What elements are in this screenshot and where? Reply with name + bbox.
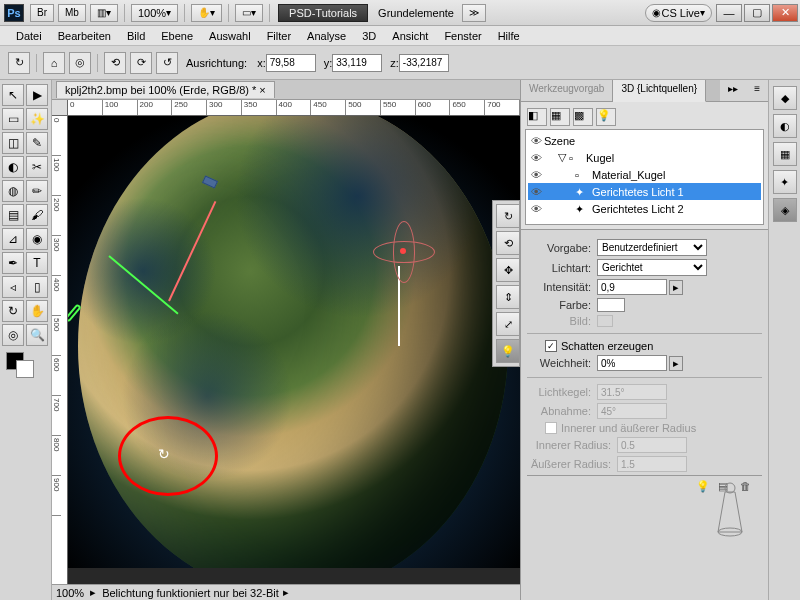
filter-scene-icon[interactable]: ◧ [527,108,547,126]
tool-10[interactable]: ▤ [2,204,24,226]
panel-menu-icon[interactable]: ≡ [746,80,768,101]
tab-close-icon[interactable]: × [259,84,265,96]
menu-fenster[interactable]: Fenster [436,30,489,42]
filter-mesh-icon[interactable]: ▦ [550,108,570,126]
visibility-eye-icon[interactable]: 👁 [528,169,544,181]
close-button[interactable]: ✕ [772,4,798,22]
3d-rotate-tool[interactable]: ↻ [496,204,520,228]
panel-collapse-icon[interactable]: ▸▸ [720,80,746,101]
filter-material-icon[interactable]: ▩ [573,108,593,126]
bridge-button[interactable]: Br [30,4,54,22]
orbit-icon[interactable]: ◎ [69,52,91,74]
adjustments-panel-icon[interactable]: ✦ [773,170,797,194]
zoom-level-dropdown[interactable]: 100% ▾ [131,4,178,22]
visibility-eye-icon[interactable]: 👁 [528,203,544,215]
tool-21[interactable]: 🔍 [26,324,48,346]
menu-datei[interactable]: Datei [8,30,50,42]
tool-17[interactable]: ▯ [26,276,48,298]
tool-8[interactable]: ◍ [2,180,24,202]
background-swatch[interactable] [16,360,34,378]
horizontal-ruler[interactable]: 0100200250300350400450500550600650700 [68,100,520,116]
tool-0[interactable]: ↖ [2,84,24,106]
x-input[interactable] [266,54,316,72]
tool-15[interactable]: T [26,252,48,274]
color-panel-icon[interactable]: ◆ [773,86,797,110]
workspace-more-button[interactable]: ≫ [462,4,486,22]
softness-stepper[interactable]: ▸ [669,356,683,371]
3d-light-tool[interactable]: 💡 [496,339,520,363]
tool-12[interactable]: ⊿ [2,228,24,250]
tool-1[interactable]: ▶ [26,84,48,106]
tool-19[interactable]: ✋ [26,300,48,322]
menu-ebene[interactable]: Ebene [153,30,201,42]
visibility-eye-icon[interactable]: 👁 [528,186,544,198]
tool-4[interactable]: ◫ [2,132,24,154]
tree-row-1[interactable]: 👁▫Material_Kugel [528,166,761,183]
tool-20[interactable]: ◎ [2,324,24,346]
menu-auswahl[interactable]: Auswahl [201,30,259,42]
menu-bearbeiten[interactable]: Bearbeiten [50,30,119,42]
rotate-x-icon[interactable]: ⟲ [104,52,126,74]
rotate-y-icon[interactable]: ⟳ [130,52,152,74]
z-input[interactable] [399,54,449,72]
3d-slide-tool[interactable]: ⇕ [496,285,520,309]
document-tab[interactable]: kplj2th2.bmp bei 100% (Erde, RGB/8) * × [56,81,275,98]
shadow-checkbox[interactable]: ✓ [545,340,557,352]
menu-ansicht[interactable]: Ansicht [384,30,436,42]
intensity-input[interactable] [597,279,667,295]
preset-select[interactable]: Benutzerdefiniert [597,239,707,256]
tree-row-2[interactable]: 👁✦Gerichtetes Licht 1 [528,183,761,200]
menu-hilfe[interactable]: Hilfe [490,30,528,42]
visibility-eye-icon[interactable]: 👁 [528,135,544,147]
swatches-panel-icon[interactable]: ◐ [773,114,797,138]
menu-filter[interactable]: Filter [259,30,299,42]
tool-3[interactable]: ✨ [26,108,48,130]
menu-analyse[interactable]: Analyse [299,30,354,42]
maximize-button[interactable]: ▢ [744,4,770,22]
intensity-stepper[interactable]: ▸ [669,280,683,295]
tool-6[interactable]: ◐ [2,156,24,178]
filter-light-icon[interactable]: 💡 [596,108,616,126]
home-icon[interactable]: ⌂ [43,52,65,74]
tool-14[interactable]: ✒ [2,252,24,274]
view-mode-button[interactable]: ▭▾ [235,4,263,22]
layers-panel-icon[interactable]: ▦ [773,142,797,166]
tool-9[interactable]: ✏ [26,180,48,202]
lighttype-select[interactable]: Gerichtet [597,259,707,276]
cslive-button[interactable]: ◉ CS Live ▾ [645,4,712,22]
disclosure-icon[interactable]: ▽ [558,151,566,164]
screen-mode-button[interactable]: ▥▾ [90,4,118,22]
tool-18[interactable]: ↻ [2,300,24,322]
3d-scale-tool[interactable]: ⤢ [496,312,520,336]
3d-panel-icon[interactable]: ◈ [773,198,797,222]
color-chip[interactable] [597,298,625,312]
tree-row-0[interactable]: 👁▽ ▫Kugel [528,149,761,166]
minibridge-button[interactable]: Mb [58,4,86,22]
color-swatches[interactable] [2,352,49,382]
y-input[interactable] [332,54,382,72]
panel-tab-toolpresets[interactable]: Werkzeugvorgab [521,80,613,101]
tool-7[interactable]: ✂ [26,156,48,178]
hand-tool-button[interactable]: ✋▾ [191,4,222,22]
status-zoom[interactable]: 100% [56,587,84,599]
3d-roll-tool[interactable]: ⟲ [496,231,520,255]
tool-2[interactable]: ▭ [2,108,24,130]
tool-11[interactable]: 🖌 [26,204,48,226]
workspace-secondary[interactable]: Grundelemente [372,7,460,19]
tool-16[interactable]: ◃ [2,276,24,298]
ruler-origin[interactable] [52,100,68,116]
vertical-ruler[interactable]: 0100200300400500600700800900 [52,116,68,584]
minimize-button[interactable]: — [716,4,742,22]
rotation-gizmo[interactable] [368,216,438,286]
active-tool-icon[interactable]: ↻ [8,52,30,74]
workspace-label[interactable]: PSD-Tutorials [278,4,368,22]
tool-13[interactable]: ◉ [26,228,48,250]
tree-scene-row[interactable]: 👁 Szene [528,132,761,149]
3d-pan-tool[interactable]: ✥ [496,258,520,282]
scene-tree[interactable]: 👁 Szene 👁▽ ▫Kugel👁▫Material_Kugel👁✦Geric… [525,129,764,225]
menu-bild[interactable]: Bild [119,30,153,42]
softness-input[interactable] [597,355,667,371]
tree-row-3[interactable]: 👁✦Gerichtetes Licht 2 [528,200,761,217]
tool-5[interactable]: ✎ [26,132,48,154]
menu-3d[interactable]: 3D [354,30,384,42]
